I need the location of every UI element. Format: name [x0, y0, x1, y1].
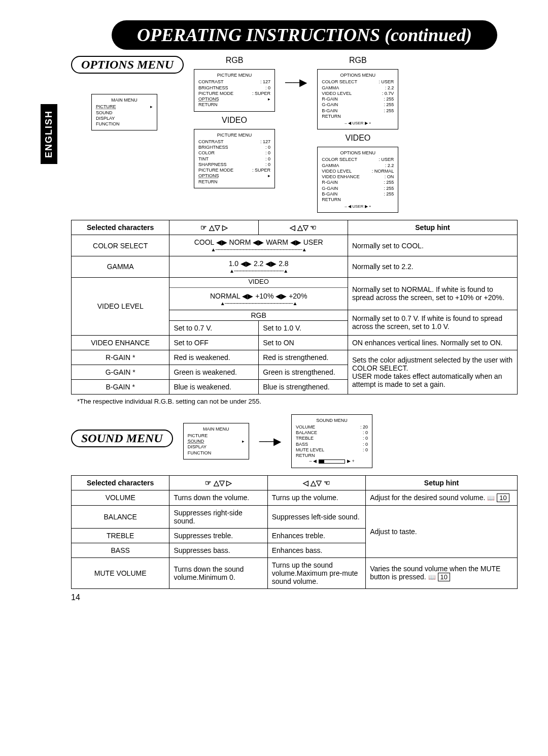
mode-label-rgb-2: RGB	[349, 56, 367, 65]
picture-menu-video: PICTURE MENU CONTRAST: 127 BRIGHTNESS: 0…	[194, 129, 275, 188]
col-selected: Selected characters	[72, 220, 169, 235]
table-row: VIDEO LEVEL VIDEO NORMAL ◀▶ +10% ◀▶ +20%…	[72, 277, 518, 310]
mode-label-rgb: RGB	[226, 56, 244, 65]
col-selected: Selected characters	[72, 475, 169, 490]
col-hint: Setup hint	[348, 220, 517, 235]
sound-table: Selected characters ☞ △▽ ▷ ◁ △▽ ☜ Setup …	[71, 475, 518, 589]
nav-right-icon: ◁ △▽ ☜	[263, 223, 344, 232]
slider-icon	[319, 459, 345, 464]
sound-menu-pill: SOUND MENU	[71, 430, 173, 447]
mode-label-video-2: VIDEO	[345, 134, 370, 143]
main-menu-osd-sound: MAIN MENU PICTURE SOUND▸ DISPLAY FUNCTIO…	[183, 423, 249, 459]
arrow-right-icon: ──▶	[285, 56, 307, 88]
table-row: COLOR SELECT COOL ◀▶ NORM ◀▶ WARM ◀▶ USE…	[72, 235, 518, 256]
table-row: BALANCE Suppresses right-side sound. Sup…	[72, 505, 518, 528]
options-menu-rgb: OPTIONS MENU COLOR SELECT: USER GAMMA: 2…	[317, 69, 398, 129]
mode-label-video: VIDEO	[222, 116, 247, 125]
sound-menu-osd: SOUND MENU VOLUME: 20 BALANCE: 0 TREBLE:…	[291, 414, 372, 468]
nav-right-icon: ◁ △▽ ☜	[272, 479, 361, 487]
page-number: 14	[71, 593, 518, 602]
reference-icon: 📖	[487, 495, 495, 502]
table-row: R-GAIN * Red is weakened. Red is strengt…	[72, 350, 518, 365]
options-table: Selected characters ☞ △▽ ▷ ◁ △▽ ☜ Setup …	[71, 220, 518, 394]
language-tab: ENGLISH	[41, 104, 57, 164]
reference-icon: 📖	[428, 574, 436, 581]
picture-menu-rgb: PICTURE MENU CONTRAST: 127 BRIGHTNESS: 0…	[194, 69, 275, 112]
page-title: OPERATING INSTRUCTIONS (continued)	[112, 20, 497, 50]
nav-left-icon: ☞ △▽ ▷	[174, 479, 263, 487]
table-row: VIDEO ENHANCE Set to OFF Set to ON ON en…	[72, 335, 518, 350]
arrow-right-icon: ──▶	[259, 435, 281, 447]
table-row: GAMMA 1.0 ◀▶ 2.2 ◀▶ 2.8▲────────────────…	[72, 256, 518, 278]
options-menu-video: OPTIONS MENU COLOR SELECT: USER GAMMA: 2…	[317, 147, 398, 213]
table-row: VOLUME Turns down the volume. Turns up t…	[72, 490, 518, 505]
page-ref: 10	[497, 494, 509, 502]
nav-left-icon: ☞ △▽ ▷	[174, 223, 254, 232]
main-menu-osd-options: MAIN MENU PICTURE▸ SOUND DISPLAY FUNCTIO…	[91, 94, 157, 130]
table-row: MUTE VOLUME Turns down the sound volume.…	[72, 557, 518, 588]
options-footnote: *The respective individual R.G.B. settin…	[77, 398, 518, 405]
page-ref: 10	[438, 573, 450, 581]
col-hint: Setup hint	[366, 475, 518, 490]
options-menu-pill: OPTIONS MENU	[71, 56, 184, 74]
